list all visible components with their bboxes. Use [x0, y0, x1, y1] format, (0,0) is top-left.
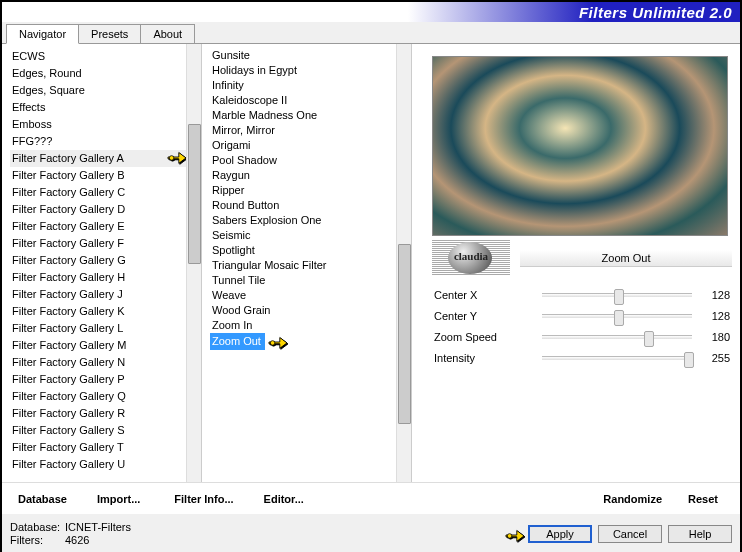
param-row: Center X128	[432, 284, 732, 305]
bottom-button-row: Database: ICNET-Filters Filters: 4626 Ap…	[2, 514, 740, 552]
category-item[interactable]: Filter Factory Gallery C	[10, 184, 186, 201]
pointer-icon	[166, 148, 186, 166]
category-scrollbar[interactable]	[186, 44, 201, 482]
category-list[interactable]: ECWSEdges, RoundEdges, SquareEffectsEmbo…	[2, 44, 186, 482]
filter-item[interactable]: Wood Grain	[210, 303, 273, 317]
param-value: 128	[700, 289, 730, 301]
param-label: Intensity	[434, 352, 534, 364]
category-item[interactable]: FFG???	[10, 133, 186, 150]
category-item[interactable]: Filter Factory Gallery Q	[10, 388, 186, 405]
param-row: Center Y128	[432, 305, 732, 326]
category-item[interactable]: Emboss	[10, 116, 186, 133]
category-item[interactable]: Filter Factory Gallery A	[10, 150, 186, 167]
filter-item[interactable]: Gunsite	[210, 48, 252, 62]
editor-button[interactable]: Editor...	[256, 490, 312, 508]
category-item[interactable]: Filter Factory Gallery G	[10, 252, 186, 269]
filter-pane: GunsiteHolidays in EgyptInfinityKaleidos…	[202, 44, 412, 482]
apply-button[interactable]: Apply	[528, 525, 592, 543]
svg-point-1	[270, 341, 275, 346]
param-slider[interactable]	[542, 314, 692, 318]
category-item[interactable]: Filter Factory Gallery K	[10, 303, 186, 320]
category-item[interactable]: Edges, Square	[10, 82, 186, 99]
app-title: Filters Unlimited 2.0	[579, 4, 732, 21]
category-item[interactable]: Filter Factory Gallery F	[10, 235, 186, 252]
filter-item[interactable]: Raygun	[210, 168, 252, 182]
filter-item[interactable]: Ripper	[210, 183, 246, 197]
status-db-label: Database:	[10, 521, 65, 534]
filter-item[interactable]: Round Button	[210, 198, 281, 212]
filter-item[interactable]: Sabers Explosion One	[210, 213, 323, 227]
filter-item[interactable]: Kaleidoscope II	[210, 93, 289, 107]
link-button-row: Database Import... Filter Info... Editor…	[2, 482, 740, 514]
category-item[interactable]: Filter Factory Gallery D	[10, 201, 186, 218]
cancel-button[interactable]: Cancel	[598, 525, 662, 543]
category-item[interactable]: Filter Factory Gallery E	[10, 218, 186, 235]
preview-pane: claudia Zoom Out Center X128Center Y128Z…	[412, 44, 740, 482]
database-button[interactable]: Database	[10, 490, 75, 508]
category-pane: ECWSEdges, RoundEdges, SquareEffectsEmbo…	[2, 44, 202, 482]
filter-item[interactable]: Infinity	[210, 78, 246, 92]
import-button[interactable]: Import...	[89, 490, 148, 508]
current-filter-name: Zoom Out	[520, 250, 732, 267]
status-db-value: ICNET-Filters	[65, 521, 131, 534]
filter-item[interactable]: Zoom In	[210, 318, 254, 332]
param-row-empty	[432, 389, 732, 410]
param-value: 180	[700, 331, 730, 343]
filter-item[interactable]: Origami	[210, 138, 253, 152]
category-item[interactable]: Filter Factory Gallery M	[10, 337, 186, 354]
scroll-thumb[interactable]	[188, 124, 201, 264]
status-info: Database: ICNET-Filters Filters: 4626	[10, 521, 131, 547]
param-value: 255	[700, 352, 730, 364]
param-value: 128	[700, 310, 730, 322]
filter-list[interactable]: GunsiteHolidays in EgyptInfinityKaleidos…	[202, 44, 396, 482]
category-item[interactable]: Filter Factory Gallery S	[10, 422, 186, 439]
category-item[interactable]: Filter Factory Gallery U	[10, 456, 186, 473]
filter-item[interactable]: Mirror, Mirror	[210, 123, 277, 137]
param-slider[interactable]	[542, 356, 692, 360]
status-filters-value: 4626	[65, 534, 89, 547]
filter-item[interactable]: Marble Madness One	[210, 108, 319, 122]
help-button[interactable]: Help	[668, 525, 732, 543]
category-item[interactable]: Filter Factory Gallery T	[10, 439, 186, 456]
tabs: Navigator Presets About	[2, 22, 740, 44]
category-item[interactable]: Effects	[10, 99, 186, 116]
randomize-button[interactable]: Randomize	[595, 490, 670, 508]
param-label: Zoom Speed	[434, 331, 534, 343]
category-item[interactable]: Filter Factory Gallery P	[10, 371, 186, 388]
category-item[interactable]: Filter Factory Gallery J	[10, 286, 186, 303]
filter-item[interactable]: Zoom Out	[210, 333, 265, 350]
category-item[interactable]: Filter Factory Gallery H	[10, 269, 186, 286]
preview-image	[432, 56, 728, 236]
scroll-thumb[interactable]	[398, 244, 411, 424]
tab-presets[interactable]: Presets	[78, 24, 141, 43]
filter-item[interactable]: Seismic	[210, 228, 253, 242]
tab-about[interactable]: About	[140, 24, 195, 43]
filter-item[interactable]: Triangular Mosaic Filter	[210, 258, 329, 272]
status-filters-label: Filters:	[10, 534, 65, 547]
category-item[interactable]: Filter Factory Gallery N	[10, 354, 186, 371]
filter-item[interactable]: Weave	[210, 288, 248, 302]
filter-item[interactable]: Tunnel Tile	[210, 273, 267, 287]
reset-button[interactable]: Reset	[680, 490, 726, 508]
param-row-empty	[432, 431, 732, 452]
param-row: Intensity255	[432, 347, 732, 368]
tab-navigator[interactable]: Navigator	[6, 24, 79, 44]
svg-point-2	[507, 534, 512, 539]
filter-item[interactable]: Pool Shadow	[210, 153, 279, 167]
filter-item[interactable]: Spotlight	[210, 243, 257, 257]
param-slider[interactable]	[542, 335, 692, 339]
category-item[interactable]: Filter Factory Gallery L	[10, 320, 186, 337]
param-label: Center Y	[434, 310, 534, 322]
watermark-logo: claudia	[432, 240, 510, 276]
category-item[interactable]: Filter Factory Gallery B	[10, 167, 186, 184]
filter-info-button[interactable]: Filter Info...	[166, 490, 241, 508]
param-row: Zoom Speed180	[432, 326, 732, 347]
filter-item[interactable]: Holidays in Egypt	[210, 63, 299, 77]
svg-point-0	[169, 156, 174, 161]
category-item[interactable]: ECWS	[10, 48, 186, 65]
filter-scrollbar[interactable]	[396, 44, 411, 482]
category-item[interactable]: Edges, Round	[10, 65, 186, 82]
category-item[interactable]: Filter Factory Gallery R	[10, 405, 186, 422]
pointer-icon	[504, 526, 526, 544]
param-slider[interactable]	[542, 293, 692, 297]
